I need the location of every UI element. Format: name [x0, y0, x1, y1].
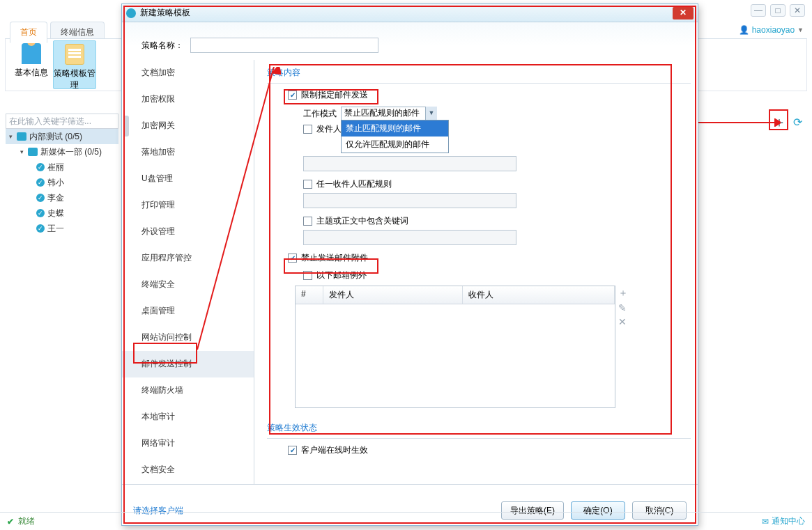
check-icon: ✓	[36, 224, 45, 233]
ribbon-policy-template[interactable]: 策略模板管理	[53, 40, 96, 89]
check-icon: ✔	[7, 517, 14, 527]
side-item[interactable]: 文档加密	[122, 60, 254, 86]
side-item[interactable]: 文档安全	[122, 457, 254, 483]
except-label: 以下邮箱例外	[316, 270, 367, 281]
mode-dropdown-list: 禁止匹配规则的邮件 仅允许匹配规则的邮件	[341, 120, 449, 153]
tree-member[interactable]: ✓史蝶	[6, 205, 118, 221]
except-checkbox[interactable]	[303, 271, 312, 280]
online-effect-checkbox[interactable]	[288, 446, 297, 455]
tree-member[interactable]: ✓王一	[6, 221, 118, 236]
tree-member[interactable]: ✓崔丽	[6, 159, 118, 175]
tree-group[interactable]: ▾ 新媒体一部 (0/5)	[6, 144, 118, 159]
group-policy-effect: 策略生效状态	[267, 418, 691, 438]
block-attachment-checkbox[interactable]	[288, 254, 297, 263]
app-icon	[126, 8, 136, 18]
check-icon: ✓	[36, 178, 45, 187]
maximize-button[interactable]: □	[770, 4, 786, 17]
category-list: 文档加密 加密权限 加密网关 落地加密 U盘管理 打印管理 外设管理 应用程序管…	[122, 60, 254, 484]
block-attachment-label: 禁止发送邮件附件	[301, 252, 368, 264]
check-icon: ✓	[36, 194, 45, 202]
online-effect-label: 客户端在线时生效	[301, 444, 368, 456]
side-item[interactable]: 加密网关	[122, 113, 254, 139]
chevron-down-icon[interactable]: ▼	[425, 107, 437, 120]
group-icon	[28, 148, 38, 156]
person-icon	[22, 43, 41, 64]
side-item[interactable]: 网络审计	[122, 430, 254, 457]
side-item[interactable]: 外设管理	[122, 219, 254, 245]
user-icon: 👤	[739, 25, 749, 35]
dialog-close-button[interactable]: ✕	[673, 7, 694, 20]
recipient-checkbox[interactable]	[303, 180, 312, 189]
sender-checkbox[interactable]	[303, 125, 312, 134]
mail-icon: ✉	[762, 517, 769, 527]
refresh-icon[interactable]: ⟳	[793, 116, 802, 129]
th-index: #	[296, 286, 323, 304]
check-icon: ✓	[36, 163, 45, 171]
svg-marker-1	[775, 119, 781, 126]
status-bar: ✔ 就绪 ✉ 通知中心	[0, 512, 812, 530]
check-icon: ✓	[36, 209, 45, 217]
ribbon-basic-info[interactable]: 基本信息	[10, 40, 53, 89]
side-item-selected[interactable]: 邮件发送控制	[122, 351, 254, 377]
clipboard-icon	[65, 44, 84, 65]
side-item[interactable]: 本地审计	[122, 404, 254, 430]
org-tree: ▾ 内部测试 (0/5) ▾ 新媒体一部 (0/5) ✓崔丽 ✓韩小 ✓李金 ✓…	[6, 129, 118, 236]
sender-input[interactable]	[303, 156, 516, 171]
side-item[interactable]: 审批流程	[122, 483, 254, 484]
tree-search-input[interactable]: 在此输入关键字筛选...	[6, 114, 118, 129]
tree-member[interactable]: ✓韩小	[6, 175, 118, 190]
dialog-title: 新建策略模板	[140, 7, 190, 19]
th-recipient: 收件人	[463, 286, 615, 304]
annotation-arrow	[697, 118, 781, 127]
chevron-down-icon: ▾	[18, 145, 25, 159]
group-icon	[17, 132, 26, 141]
recipient-label: 任一收件人匹配规则	[316, 178, 392, 190]
side-item[interactable]: U盘管理	[122, 166, 254, 192]
th-sender: 发件人	[323, 286, 463, 304]
combo-option[interactable]: 禁止匹配规则的邮件	[342, 120, 448, 137]
minimize-button[interactable]: —	[751, 4, 766, 17]
chevron-down-icon: ▾	[7, 130, 14, 143]
tree-member[interactable]: ✓李金	[6, 190, 118, 205]
side-item[interactable]: 网站访问控制	[122, 325, 254, 351]
group-policy-content: 策略内容	[267, 63, 691, 83]
add-row-icon[interactable]: ＋	[618, 287, 628, 299]
policy-name-input[interactable]	[190, 38, 378, 53]
limit-send-checkbox[interactable]	[288, 91, 297, 100]
scrollbar-thumb[interactable]	[123, 116, 129, 137]
recipient-input[interactable]	[303, 193, 516, 208]
side-item[interactable]: 打印管理	[122, 192, 254, 219]
user-name: haoxiaoyao	[752, 25, 795, 35]
exception-table: # 发件人 收件人	[295, 286, 615, 408]
status-text: 就绪	[18, 515, 35, 527]
edit-row-icon[interactable]: ✎	[618, 302, 628, 313]
tree-root[interactable]: ▾ 内部测试 (0/5)	[6, 129, 118, 144]
side-item[interactable]: 加密权限	[122, 86, 254, 113]
keyword-checkbox[interactable]	[303, 217, 312, 226]
notification-center[interactable]: ✉ 通知中心	[762, 515, 805, 527]
user-menu[interactable]: 👤 haoxiaoyao ▼	[739, 25, 804, 35]
side-item[interactable]: 桌面管理	[122, 298, 254, 325]
keyword-label: 主题或正文中包含关键词	[316, 215, 408, 227]
side-item[interactable]: 应用程序管控	[122, 245, 254, 272]
chevron-down-icon: ▼	[797, 26, 804, 33]
limit-send-label: 限制指定邮件发送	[301, 89, 368, 101]
tab-home[interactable]: 首页	[10, 22, 47, 43]
side-item[interactable]: 终端安全	[122, 272, 254, 298]
side-item[interactable]: 落地加密	[122, 139, 254, 166]
sender-label: 发件人	[316, 123, 342, 135]
close-button[interactable]: ✕	[790, 4, 805, 17]
policy-name-label: 策略名称：	[141, 40, 183, 52]
mode-label: 工作模式	[303, 108, 337, 120]
new-policy-dialog: 新建策略模板 ✕ 策略名称： 文档加密 加密权限 加密网关 落地加密 U盘管理 …	[121, 3, 698, 526]
side-item[interactable]: 终端防火墙	[122, 377, 254, 404]
mode-combobox[interactable]: 禁止匹配规则的邮件 ▼ 禁止匹配规则的邮件 仅允许匹配规则的邮件	[341, 107, 437, 120]
keyword-input[interactable]	[303, 230, 516, 245]
combo-option[interactable]: 仅允许匹配规则的邮件	[342, 137, 448, 153]
delete-row-icon[interactable]: ✕	[618, 316, 628, 327]
